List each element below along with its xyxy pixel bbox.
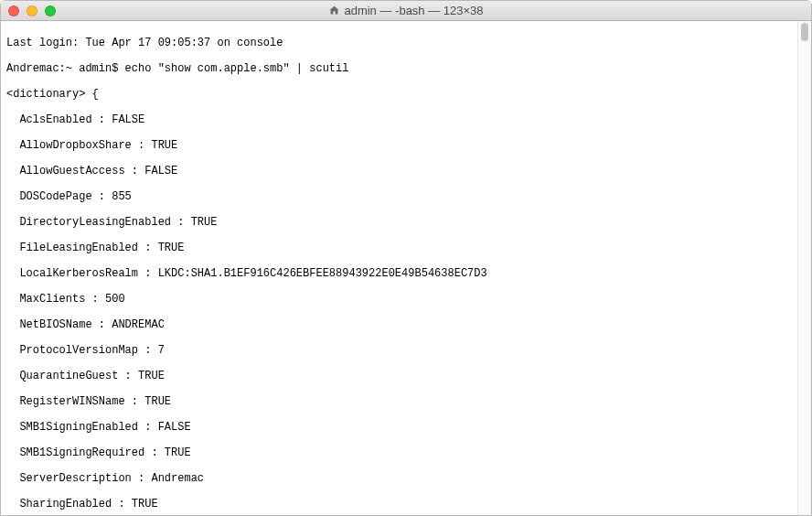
window-title: admin — -bash — 123×38 (344, 4, 483, 17)
maximize-icon[interactable] (45, 5, 56, 16)
terminal-line: RegisterWINSName : TRUE (6, 395, 792, 408)
terminal-line: MaxClients : 500 (6, 293, 792, 306)
terminal-line: Andremac:~ admin$ echo "show com.apple.s… (6, 62, 792, 75)
terminal-line: ProtocolVersionMap : 7 (6, 344, 792, 357)
terminal-body: Last login: Tue Apr 17 09:05:37 on conso… (1, 21, 811, 516)
terminal-line: <dictionary> { (6, 88, 792, 101)
terminal-line: AclsEnabled : FALSE (6, 113, 792, 126)
terminal-line: NetBIOSName : ANDREMAC (6, 318, 792, 331)
terminal-line: QuarantineGuest : TRUE (6, 370, 792, 382)
terminal-window: admin — -bash — 123×38 Last login: Tue A… (0, 0, 812, 516)
terminal-line: DOSCodePage : 855 (6, 190, 792, 203)
home-icon (328, 5, 340, 16)
traffic-lights (1, 5, 56, 16)
terminal-line: SMB1SigningEnabled : FALSE (6, 421, 792, 434)
terminal-content[interactable]: Last login: Tue Apr 17 09:05:37 on conso… (1, 21, 797, 516)
terminal-line: DirectoryLeasingEnabled : TRUE (6, 216, 792, 229)
window-title-wrapper: admin — -bash — 123×38 (1, 4, 811, 17)
terminal-line: AllowDropboxShare : TRUE (6, 139, 792, 152)
titlebar[interactable]: admin — -bash — 123×38 (1, 1, 811, 21)
terminal-line: SharingEnabled : TRUE (6, 498, 792, 511)
terminal-line: LocalKerberosRealm : LKDC:SHA1.B1EF916C4… (6, 267, 792, 280)
minimize-icon[interactable] (27, 5, 37, 16)
terminal-line: ServerDescription : Andremac (6, 472, 792, 485)
scrollbar-thumb[interactable] (801, 23, 808, 41)
close-icon[interactable] (8, 5, 19, 16)
terminal-line: AllowGuestAccess : FALSE (6, 165, 792, 177)
terminal-line: SMB1SigningRequired : TRUE (6, 446, 792, 459)
terminal-line: FileLeasingEnabled : TRUE (6, 242, 792, 254)
scrollbar[interactable] (797, 21, 811, 516)
terminal-line: Last login: Tue Apr 17 09:05:37 on conso… (6, 37, 792, 49)
